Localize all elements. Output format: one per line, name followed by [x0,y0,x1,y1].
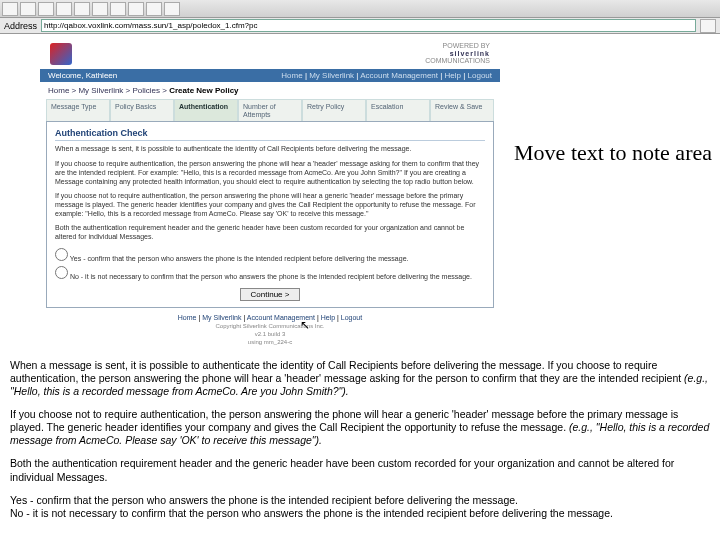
opt-yes-label: Yes - confirm that the person who answer… [70,255,409,262]
version-text: v2.1 build 3 [255,331,286,337]
notes-p4-text: Yes - confirm that the person who answer… [10,494,518,506]
back-icon[interactable] [2,2,18,16]
mail-icon[interactable] [146,2,162,16]
wizard-tabs: Message Type Policy Basics Authenticatio… [46,99,494,122]
brand-text: POWERED BY silverlink COMMUNICATIONS [425,42,490,65]
auth-intro: When a message is sent, it is possible t… [55,144,485,153]
foot-help[interactable]: Help [321,314,335,321]
nav-help[interactable]: Help [445,71,461,80]
welcome-links: Home | My Silverlink | Account Managemen… [281,71,492,80]
tab-authentication[interactable]: Authentication [174,99,238,121]
opt-no-row[interactable]: No - it is not necessary to confirm that… [55,264,485,282]
notes-p1a: When a message is sent, it is possible t… [10,359,684,384]
annotation-callout: Move text to note area [514,140,712,166]
timestamp-text: using mm_224-c [248,339,292,345]
auth-p2: If you choose not to require authenticat… [55,191,485,218]
foot-logout[interactable]: Logout [341,314,362,321]
copyright: Copyright Silverlink Communications Inc.… [40,323,500,352]
welcome-greeting: Welcome, Kathleen [48,71,117,80]
auth-heading: Authentication Check [55,128,485,141]
continue-button[interactable]: Continue > [240,288,301,301]
search-icon[interactable] [92,2,108,16]
footer-links: Home | My Silverlink | Account Managemen… [40,308,500,323]
browser-toolbar [0,0,720,18]
logo-icon [50,43,72,65]
home-icon[interactable] [74,2,90,16]
breadcrumb: Home > My Silverlink > Policies > Create… [40,82,500,99]
notes-p2: If you choose not to require authenticat… [10,408,710,447]
print-icon[interactable] [164,2,180,16]
forward-icon[interactable] [20,2,36,16]
notes-p4: Yes - confirm that the person who answer… [10,494,710,520]
nav-account[interactable]: Account Management [360,71,438,80]
breadcrumb-current: Create New Policy [169,86,238,95]
brand-sub: COMMUNICATIONS [425,57,490,64]
address-label: Address [4,21,37,31]
powered-label: POWERED BY [443,42,490,49]
button-row: Continue > [55,288,485,301]
screenshot-region: POWERED BY silverlink COMMUNICATIONS Wel… [0,38,720,353]
breadcrumb-path: Home > My Silverlink > Policies > [48,86,167,95]
slide-notes: When a message is sent, it is possible t… [10,359,710,520]
opt-no-label: No - it is not necessary to confirm that… [70,273,472,280]
auth-p3: Both the authentication requirement head… [55,223,485,241]
notes-p1: When a message is sent, it is possible t… [10,359,710,398]
auth-p1: If you choose to require authentication,… [55,159,485,186]
tab-message-type[interactable]: Message Type [46,99,110,121]
app-page: POWERED BY silverlink COMMUNICATIONS Wel… [40,38,500,353]
go-icon[interactable] [700,19,716,33]
tab-review[interactable]: Review & Save [430,99,494,121]
stop-icon[interactable] [38,2,54,16]
auth-panel: Authentication Check When a message is s… [46,122,494,308]
cursor-icon: ↖ [300,318,310,332]
favorites-icon[interactable] [110,2,126,16]
brand-name: silverlink [450,50,490,57]
notes-p5-text: No - it is not necessary to confirm that… [10,507,613,519]
tab-escalation[interactable]: Escalation [366,99,430,121]
welcome-bar: Welcome, Kathleen Home | My Silverlink |… [40,69,500,82]
nav-home[interactable]: Home [281,71,302,80]
notes-p3: Both the authentication requirement head… [10,457,710,483]
radio-no[interactable] [55,266,68,279]
tab-retry[interactable]: Retry Policy [302,99,366,121]
tab-policy-basics[interactable]: Policy Basics [110,99,174,121]
radio-yes[interactable] [55,248,68,261]
tab-attempts[interactable]: Number of Attempts [238,99,302,121]
foot-home[interactable]: Home [178,314,197,321]
history-icon[interactable] [128,2,144,16]
refresh-icon[interactable] [56,2,72,16]
nav-mysilverlink[interactable]: My Silverlink [309,71,354,80]
address-bar: Address [0,18,720,34]
brand-band: POWERED BY silverlink COMMUNICATIONS [40,38,500,69]
url-input[interactable] [41,19,696,32]
auth-options: Yes - confirm that the person who answer… [55,246,485,282]
opt-yes-row[interactable]: Yes - confirm that the person who answer… [55,246,485,264]
nav-logout[interactable]: Logout [468,71,492,80]
foot-mysilverlink[interactable]: My Silverlink [202,314,241,321]
